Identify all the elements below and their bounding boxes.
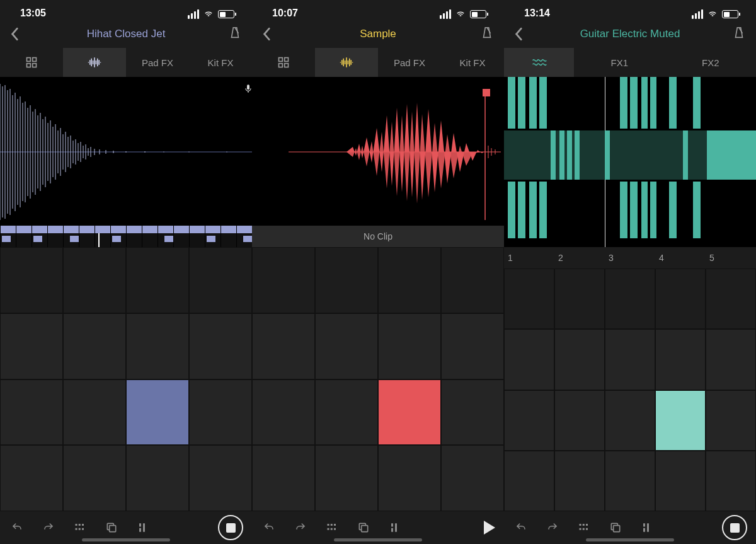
copy-button[interactable] — [103, 519, 120, 536]
pad[interactable] — [252, 313, 315, 379]
pad[interactable] — [706, 269, 756, 329]
bar-ruler[interactable]: 1 2 3 4 5 — [504, 247, 756, 269]
pad[interactable] — [0, 313, 63, 379]
clip-label[interactable]: No Clip — [252, 226, 504, 247]
pad[interactable] — [441, 247, 504, 313]
pad[interactable] — [63, 445, 126, 511]
home-indicator[interactable] — [586, 538, 674, 541]
tab-fx1[interactable]: FX1 — [574, 48, 665, 77]
copy-button[interactable] — [355, 519, 372, 536]
undo-button[interactable] — [9, 519, 25, 536]
pad[interactable] — [504, 329, 554, 390]
pad[interactable] — [605, 390, 655, 451]
pad[interactable] — [605, 329, 655, 390]
pad[interactable] — [315, 247, 378, 313]
pad[interactable] — [655, 451, 706, 511]
pad[interactable] — [504, 269, 554, 329]
pad[interactable] — [63, 313, 126, 379]
svg-rect-16 — [279, 58, 283, 62]
pad[interactable] — [378, 313, 441, 379]
page-title[interactable]: Sample — [360, 28, 396, 40]
pad[interactable] — [706, 329, 756, 390]
grid-button[interactable] — [576, 519, 592, 536]
tab-kitfx[interactable]: Kit FX — [189, 48, 252, 77]
tab-wave[interactable] — [315, 48, 378, 77]
pad[interactable] — [189, 445, 252, 511]
pad[interactable] — [63, 379, 126, 446]
back-button[interactable] — [510, 25, 528, 43]
tab-grid[interactable] — [0, 48, 63, 77]
pad[interactable] — [504, 390, 554, 451]
stop-button[interactable] — [722, 515, 747, 540]
pad[interactable] — [706, 451, 756, 511]
grid-button[interactable] — [72, 519, 88, 536]
pad[interactable] — [706, 390, 756, 451]
pad-selected[interactable] — [655, 390, 706, 451]
tab-grid[interactable] — [252, 48, 315, 77]
tab-waves[interactable] — [504, 48, 574, 77]
pad[interactable] — [441, 445, 504, 511]
pad[interactable] — [0, 445, 63, 511]
align-button[interactable] — [639, 519, 655, 536]
redo-button[interactable] — [292, 519, 309, 536]
redo-button[interactable] — [40, 519, 57, 536]
pad[interactable] — [315, 379, 378, 446]
waveform-viewer[interactable] — [252, 77, 504, 226]
pad[interactable] — [252, 445, 315, 511]
pad[interactable] — [0, 379, 63, 446]
home-indicator[interactable] — [82, 538, 170, 541]
page-title[interactable]: Guitar Electric Muted — [580, 28, 680, 40]
tab-fx2[interactable]: FX2 — [665, 48, 756, 77]
tab-padfx[interactable]: Pad FX — [378, 48, 441, 77]
pad[interactable] — [315, 445, 378, 511]
pad[interactable] — [378, 247, 441, 313]
pad-selected[interactable] — [126, 379, 189, 446]
align-button[interactable] — [387, 519, 403, 536]
home-indicator[interactable] — [334, 538, 422, 541]
play-button[interactable] — [484, 521, 495, 535]
pad[interactable] — [554, 329, 605, 390]
pad[interactable] — [605, 269, 655, 329]
stop-button[interactable] — [218, 515, 243, 540]
metronome-button[interactable] — [732, 26, 746, 42]
pad[interactable] — [554, 451, 605, 511]
tab-wave[interactable] — [63, 48, 126, 77]
pad[interactable] — [126, 313, 189, 379]
undo-button[interactable] — [261, 519, 277, 536]
copy-button[interactable] — [607, 519, 624, 536]
pad[interactable] — [189, 247, 252, 313]
step-sequencer[interactable] — [0, 226, 252, 247]
tab-padfx[interactable]: Pad FX — [126, 48, 189, 77]
pad[interactable] — [189, 379, 252, 446]
pad[interactable] — [315, 313, 378, 379]
redo-button[interactable] — [544, 519, 561, 536]
pad[interactable] — [0, 247, 63, 313]
pad[interactable] — [189, 313, 252, 379]
waveform-viewer[interactable] — [0, 77, 252, 226]
pad[interactable] — [655, 269, 706, 329]
grid-button[interactable] — [324, 519, 340, 536]
pad[interactable] — [554, 390, 605, 451]
pad[interactable] — [378, 445, 441, 511]
pad[interactable] — [504, 451, 554, 511]
clip-viewer[interactable] — [504, 77, 756, 247]
pad[interactable] — [126, 247, 189, 313]
back-button[interactable] — [6, 25, 24, 43]
pad[interactable] — [252, 247, 315, 313]
metronome-button[interactable] — [228, 26, 242, 42]
back-button[interactable] — [258, 25, 276, 43]
pad[interactable] — [554, 269, 605, 329]
pad[interactable] — [655, 329, 706, 390]
pad[interactable] — [126, 445, 189, 511]
undo-button[interactable] — [513, 519, 529, 536]
align-button[interactable] — [135, 519, 151, 536]
pad[interactable] — [605, 451, 655, 511]
metronome-button[interactable] — [480, 26, 494, 42]
pad[interactable] — [441, 379, 504, 446]
pad-selected[interactable] — [378, 379, 441, 446]
page-title[interactable]: Hihat Closed Jet — [87, 28, 166, 40]
pad[interactable] — [252, 379, 315, 446]
pad[interactable] — [441, 313, 504, 379]
tab-kitfx[interactable]: Kit FX — [441, 48, 504, 77]
pad[interactable] — [63, 247, 126, 313]
